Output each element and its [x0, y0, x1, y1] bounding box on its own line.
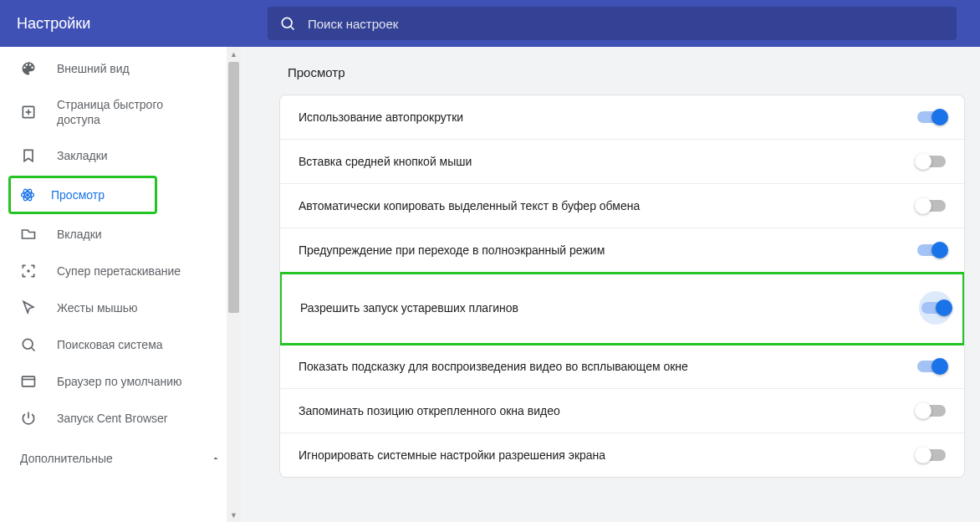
toggle-switch[interactable] [917, 449, 946, 461]
search-icon [20, 336, 57, 353]
plus-box-icon [20, 104, 57, 120]
toggle-switch[interactable] [917, 244, 946, 256]
page-title: Настройки [17, 15, 268, 33]
sidebar-item-super-drag[interactable]: Супер перетаскивание [0, 253, 241, 289]
setting-label: Разрешить запуск устаревших плагинов [300, 301, 518, 315]
sidebar-item-startup[interactable]: Запуск Cent Browser [0, 400, 241, 437]
setting-label: Автоматически копировать выделенный текс… [299, 199, 640, 212]
sidebar-section-advanced[interactable]: Дополнительные [0, 437, 241, 475]
setting-row-legacy-plugins: Разрешить запуск устаревших плагинов [279, 272, 965, 345]
svg-line-1 [291, 27, 294, 30]
sidebar-item-label: Супер перетаскивание [57, 264, 181, 279]
setting-label: Игнорировать системные настройки разреше… [299, 448, 605, 462]
sidebar: Внешний вид Страница быстрого доступа За… [0, 47, 241, 522]
app-header: Настройки [0, 0, 980, 47]
sidebar-item-label: Страница быстрого доступа [57, 97, 199, 127]
sidebar-item-label: Просмотр [51, 187, 105, 202]
sidebar-item-label: Вкладки [57, 227, 102, 242]
sidebar-item-bookmarks[interactable]: Закладки [0, 137, 241, 174]
setting-label: Вставка средней кнопкой мыши [299, 155, 472, 168]
search-input[interactable] [308, 7, 945, 40]
sidebar-item-label: Браузер по умолчанию [57, 374, 182, 389]
scrollbar-up-button[interactable]: ▲ [227, 47, 241, 61]
scrollbar-thumb[interactable] [228, 62, 239, 313]
sidebar-scrollbar[interactable]: ▲ ▼ [227, 47, 241, 522]
setting-row-middle-paste: Вставка средней кнопкой мыши [280, 140, 964, 184]
atom-icon [19, 187, 51, 203]
sidebar-item-label: Жесты мышью [57, 300, 138, 315]
sidebar-item-label: Закладки [57, 148, 108, 163]
sidebar-item-browsing[interactable]: Просмотр [8, 176, 157, 214]
toggle-switch[interactable] [917, 156, 946, 167]
svg-point-9 [27, 269, 29, 272]
scrollbar-down-button[interactable]: ▼ [227, 508, 241, 522]
setting-row-auto-copy: Автоматически копировать выделенный текс… [280, 184, 964, 228]
search-icon [279, 15, 296, 32]
palette-icon [20, 60, 57, 77]
svg-line-11 [32, 348, 35, 351]
setting-row-fullscreen-warning: Предупреждение при переходе в полноэкран… [280, 228, 964, 273]
svg-point-8 [27, 194, 29, 197]
search-bar[interactable] [268, 7, 957, 40]
setting-row-popout-position: Запоминать позицию открепленного окна ви… [280, 389, 964, 433]
sidebar-item-default-browser[interactable]: Браузер по умолчанию [0, 363, 241, 400]
sidebar-item-appearance[interactable]: Внешний вид [0, 50, 241, 87]
toggle-switch[interactable] [917, 405, 946, 417]
setting-label: Предупреждение при переходе в полноэкран… [299, 243, 605, 257]
sidebar-item-tabs[interactable]: Вкладки [0, 216, 241, 253]
sidebar-item-speed-dial[interactable]: Страница быстрого доступа [0, 87, 241, 137]
chevron-up-icon [211, 453, 221, 463]
browser-icon [20, 373, 57, 390]
toggle-switch[interactable] [917, 200, 946, 212]
focus-icon [20, 263, 57, 279]
power-icon [20, 410, 57, 427]
setting-label: Запоминать позицию открепленного окна ви… [299, 404, 560, 417]
sidebar-item-search-engine[interactable]: Поисковая система [0, 326, 241, 363]
sidebar-section-label: Дополнительные [20, 452, 113, 465]
setting-row-autoscroll: Использование автопрокрутки [280, 95, 964, 140]
toggle-switch[interactable] [917, 111, 946, 123]
toggle-halo [919, 291, 952, 325]
main-content: Просмотр Использование автопрокрутки Вст… [241, 47, 980, 522]
setting-label: Использование автопрокрутки [299, 110, 463, 124]
svg-point-10 [23, 339, 33, 349]
bookmark-icon [20, 147, 57, 164]
setting-row-ignore-dpi: Игнорировать системные настройки разреше… [280, 433, 964, 477]
cursor-icon [20, 299, 57, 316]
section-title: Просмотр [288, 65, 965, 79]
svg-rect-12 [23, 376, 35, 386]
toggle-switch[interactable] [921, 302, 950, 314]
tab-icon [20, 226, 57, 243]
sidebar-item-label: Поисковая система [57, 337, 163, 352]
sidebar-item-label: Запуск Cent Browser [57, 411, 168, 426]
setting-label: Показать подсказку для воспроизведения в… [299, 360, 688, 373]
settings-card: Использование автопрокрутки Вставка сред… [279, 95, 965, 478]
svg-point-0 [282, 18, 292, 28]
setting-row-video-hint: Показать подсказку для воспроизведения в… [280, 345, 964, 389]
toggle-switch[interactable] [917, 361, 946, 372]
sidebar-item-label: Внешний вид [57, 61, 130, 76]
sidebar-item-mouse-gestures[interactable]: Жесты мышью [0, 289, 241, 326]
